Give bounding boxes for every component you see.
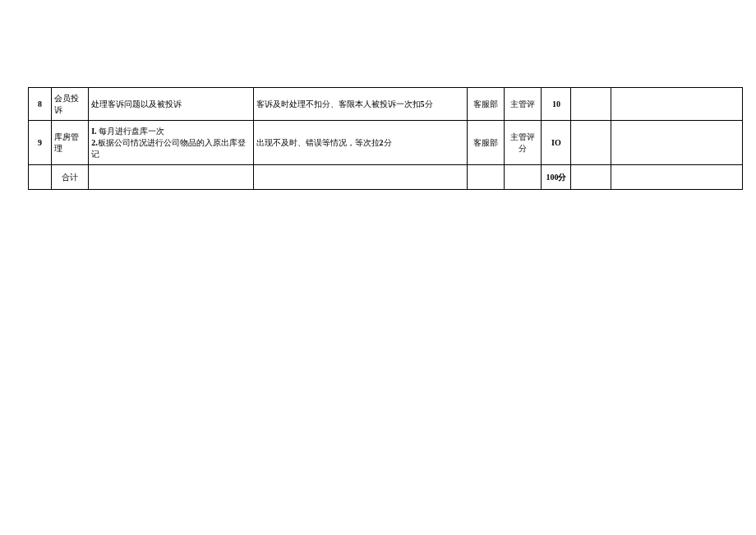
row-blank <box>611 88 742 121</box>
row-blank <box>571 88 611 121</box>
row-description: 处理客诉问题以及被投诉 <box>89 88 253 121</box>
total-blank <box>571 165 611 190</box>
row-department: 客服部 <box>468 121 505 165</box>
row-score: IO <box>542 121 571 165</box>
row-description: I. 每月进行盘库一次2.板据公司情况进行公司物品的入原出库登记 <box>89 121 253 165</box>
desc-line2-text: 板据公司情况进行公司物品的入原出库登记 <box>91 138 246 159</box>
row-item: 库房管理 <box>52 121 89 165</box>
total-blank <box>253 165 468 190</box>
table-row-total: 合计 100分 <box>29 165 743 190</box>
criteria-text-post: 分 <box>384 138 392 147</box>
total-blank <box>89 165 253 190</box>
total-blank <box>611 165 742 190</box>
row-number: 9 <box>29 121 52 165</box>
desc-line2-prefix: 2. <box>91 138 98 147</box>
row-criteria: 出现不及时、错误等情况，等次拉2分 <box>253 121 468 165</box>
row-department: 客服部 <box>468 88 505 121</box>
table-row: 9 库房管理 I. 每月进行盘库一次2.板据公司情况进行公司物品的入原出库登记 … <box>29 121 743 165</box>
row-blank <box>571 121 611 165</box>
total-score: 100分 <box>542 165 571 190</box>
row-item: 会员投诉 <box>52 88 89 121</box>
evaluation-table-container: 8 会员投诉 处理客诉问题以及被投诉 客诉及时处理不扣分、客限本人被投诉一次扣5… <box>28 87 743 190</box>
evaluation-table: 8 会员投诉 处理客诉问题以及被投诉 客诉及时处理不扣分、客限本人被投诉一次扣5… <box>28 87 743 190</box>
row-evaluator: 主管评 <box>505 88 542 121</box>
criteria-text-post: 分 <box>425 99 433 108</box>
row-evaluator: 主管评分 <box>505 121 542 165</box>
desc-line1-text: 每月进行盘库一次 <box>97 127 165 136</box>
row-blank <box>611 121 742 165</box>
criteria-text-pre: 出现不及时、错误等情况，等次拉 <box>256 138 380 147</box>
criteria-text-pre: 客诉及时处理不扣分、客限本人被投诉一次扣 <box>256 99 421 108</box>
total-label: 合计 <box>52 165 89 190</box>
row-number: 8 <box>29 88 52 121</box>
total-blank <box>505 165 542 190</box>
total-blank <box>29 165 52 190</box>
row-criteria: 客诉及时处理不扣分、客限本人被投诉一次扣5分 <box>253 88 468 121</box>
row-score: 10 <box>542 88 571 121</box>
table-row: 8 会员投诉 处理客诉问题以及被投诉 客诉及时处理不扣分、客限本人被投诉一次扣5… <box>29 88 743 121</box>
total-blank <box>468 165 505 190</box>
